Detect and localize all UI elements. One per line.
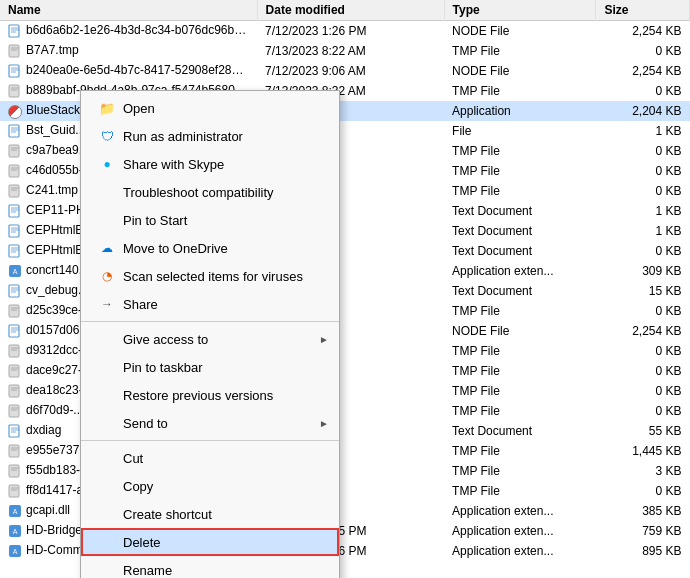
svg-rect-24 (9, 185, 19, 197)
ctx-item-pin-taskbar[interactable]: Pin to taskbar (81, 353, 339, 381)
file-type: Application exten... (444, 261, 596, 281)
app-icon: A (8, 544, 22, 558)
file-size: 0 KB (596, 401, 690, 421)
ctx-item-scan-virus[interactable]: ◔Scan selected items for viruses (81, 262, 339, 290)
svg-text:A: A (13, 548, 18, 555)
file-type: Application exten... (444, 541, 596, 561)
ctx-item-give-access[interactable]: Give access to► (81, 325, 339, 353)
ctx-item-troubleshoot[interactable]: Troubleshoot compatibility (81, 178, 339, 206)
ctx-item-delete[interactable]: Delete (81, 528, 339, 556)
file-name[interactable]: b240ea0e-6e5d-4b7c-8417-52908ef28683... (0, 61, 257, 81)
empty-icon (97, 182, 117, 202)
file-date: 7/12/2023 1:26 PM (257, 21, 444, 41)
ctx-item-move-onedrive[interactable]: ☁Move to OneDrive (81, 234, 339, 262)
submenu-arrow: ► (319, 418, 329, 429)
doc-icon (8, 424, 22, 438)
file-type: TMP File (444, 381, 596, 401)
svg-rect-21 (9, 165, 19, 177)
tmp-icon (8, 404, 22, 418)
bluestack-icon (8, 105, 22, 119)
ctx-item-label: Troubleshoot compatibility (123, 185, 274, 200)
app-icon (8, 104, 22, 118)
ctx-item-pin-start[interactable]: Pin to Start (81, 206, 339, 234)
table-row[interactable]: b6d6a6b2-1e26-4b3d-8c34-b076dc96be4... 7… (0, 21, 690, 41)
table-row[interactable]: b240ea0e-6e5d-4b7c-8417-52908ef28683... … (0, 61, 690, 81)
file-type: TMP File (444, 301, 596, 321)
file-type: NODE File (444, 21, 596, 41)
ctx-item-label: Restore previous versions (123, 388, 273, 403)
folder-icon: 📁 (97, 98, 117, 118)
file-size: 1 KB (596, 121, 690, 141)
tmp-icon (8, 444, 22, 458)
file-size: 2,254 KB (596, 61, 690, 81)
file-size: 0 KB (596, 301, 690, 321)
file-name[interactable]: b6d6a6b2-1e26-4b3d-8c34-b076dc96be4... (0, 21, 257, 41)
doc-icon (8, 224, 22, 238)
ctx-item-label: Pin to Start (123, 213, 187, 228)
doc-icon (8, 204, 22, 218)
file-type: Application exten... (444, 501, 596, 521)
file-type: NODE File (444, 321, 596, 341)
svg-rect-31 (9, 225, 19, 237)
tmp-icon (8, 344, 22, 358)
tmp-icon (8, 44, 22, 58)
svg-rect-55 (9, 365, 19, 377)
ctx-item-restore-versions[interactable]: Restore previous versions (81, 381, 339, 409)
file-type: TMP File (444, 461, 596, 481)
ctx-item-label: Scan selected items for viruses (123, 269, 303, 284)
ctx-item-copy[interactable]: Copy (81, 472, 339, 500)
file-type: TMP File (444, 401, 596, 421)
svg-rect-14 (9, 125, 19, 137)
col-header-type[interactable]: Type (444, 0, 596, 21)
svg-text:A: A (13, 528, 18, 535)
file-size: 0 KB (596, 161, 690, 181)
menu-separator (81, 321, 339, 322)
file-size: 2,254 KB (596, 321, 690, 341)
svg-rect-64 (9, 425, 19, 437)
file-type: TMP File (444, 181, 596, 201)
file-type: Text Document (444, 281, 596, 301)
ctx-item-create-shortcut[interactable]: Create shortcut (81, 500, 339, 528)
file-type: File (444, 121, 596, 141)
ctx-item-send-to[interactable]: Send to► (81, 409, 339, 437)
file-size: 0 KB (596, 141, 690, 161)
tmp-icon (8, 304, 22, 318)
ctx-item-open[interactable]: 📁Open (81, 94, 339, 122)
file-type: TMP File (444, 81, 596, 101)
svg-rect-74 (9, 485, 19, 497)
svg-rect-35 (9, 245, 19, 257)
doc-icon (8, 284, 22, 298)
ctx-item-label: Give access to (123, 332, 208, 347)
file-size: 0 KB (596, 41, 690, 61)
ctx-item-cut[interactable]: Cut (81, 444, 339, 472)
col-header-name[interactable]: Name (0, 0, 257, 21)
table-row[interactable]: B7A7.tmp 7/13/2023 8:22 AM TMP File 0 KB (0, 41, 690, 61)
file-type: TMP File (444, 441, 596, 461)
file-type: TMP File (444, 41, 596, 61)
svg-text:A: A (13, 268, 18, 275)
share-icon: → (97, 294, 117, 314)
file-name[interactable]: B7A7.tmp (0, 41, 257, 61)
ctx-item-run-admin[interactable]: 🛡Run as administrator (81, 122, 339, 150)
svg-rect-0 (9, 25, 19, 37)
ctx-item-share[interactable]: →Share (81, 290, 339, 318)
ctx-item-rename[interactable]: Rename (81, 556, 339, 578)
empty-icon (97, 385, 117, 405)
empty-icon (97, 210, 117, 230)
file-type: Application (444, 101, 596, 121)
ctx-item-label: Move to OneDrive (123, 241, 228, 256)
file-size: 55 KB (596, 421, 690, 441)
file-date: 7/12/2023 9:06 AM (257, 61, 444, 81)
ctx-item-share-skype[interactable]: ●Share with Skype (81, 150, 339, 178)
svg-rect-52 (9, 345, 19, 357)
doc-icon (8, 124, 22, 138)
ctx-item-label: Send to (123, 416, 168, 431)
file-size: 0 KB (596, 361, 690, 381)
col-header-size[interactable]: Size (596, 0, 690, 21)
submenu-arrow: ► (319, 334, 329, 345)
col-header-date[interactable]: Date modified (257, 0, 444, 21)
tmp-icon (8, 164, 22, 178)
file-type: Text Document (444, 201, 596, 221)
ctx-item-label: Rename (123, 563, 172, 578)
file-size: 0 KB (596, 341, 690, 361)
